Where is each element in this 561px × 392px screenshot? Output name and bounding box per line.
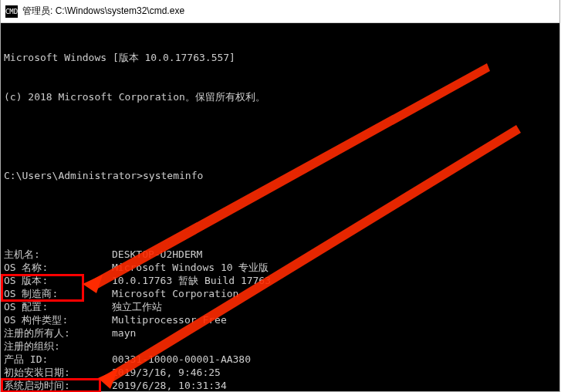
info-row: 初始安装日期:2019/3/16, 9:46:25 [4, 366, 556, 379]
info-label: 注册的组织: [4, 340, 112, 353]
banner-line: Microsoft Windows [版本 10.0.17763.557] [4, 51, 556, 64]
info-label: OS 版本: [4, 274, 112, 287]
info-value: 独立工作站 [112, 300, 162, 313]
info-value: Microsoft Windows 10 专业版 [112, 261, 269, 274]
info-value: Microsoft Corporation [112, 287, 238, 300]
console-output[interactable]: Microsoft Windows [版本 10.0.17763.557] (c… [1, 23, 559, 391]
info-row: OS 名称:Microsoft Windows 10 专业版 [4, 261, 556, 274]
info-value: Multiprocessor Free [112, 313, 227, 326]
info-value: 00331-10000-00001-AA380 [112, 353, 251, 366]
window-title: 管理员: C:\Windows\system32\cmd.exe [22, 5, 184, 18]
titlebar[interactable]: CMD 管理员: C:\Windows\system32\cmd.exe [1, 0, 559, 23]
info-label: 注册的所有人: [4, 326, 112, 340]
info-row: 注册的组织: [4, 340, 556, 353]
info-row: OS 配置:独立工作站 [4, 300, 556, 313]
info-value: DESKTOP-U2HDERM [112, 248, 202, 261]
info-label: OS 制造商: [4, 287, 112, 300]
info-label: 主机名: [4, 248, 112, 261]
info-row: 注册的所有人:mayn [4, 326, 556, 340]
cmd-icon: CMD [5, 5, 18, 18]
info-value: 2019/6/28, 10:31:34 [112, 379, 227, 391]
cmd-window: CMD 管理员: C:\Windows\system32\cmd.exe Mic… [0, 0, 560, 392]
info-label: 产品 ID: [4, 353, 112, 366]
info-label: OS 名称: [4, 261, 112, 274]
info-row: 系统启动时间:2019/6/28, 10:31:34 [4, 379, 556, 391]
info-row: 产品 ID:00331-10000-00001-AA380 [4, 353, 556, 366]
info-label: 初始安装日期: [4, 366, 112, 379]
prompt-line: C:\Users\Administrator>systeminfo [4, 169, 556, 182]
info-label: OS 构件类型: [4, 313, 112, 326]
systeminfo-block: 主机名:DESKTOP-U2HDERMOS 名称:Microsoft Windo… [4, 248, 556, 391]
blank-line [4, 130, 556, 143]
info-label: OS 配置: [4, 300, 112, 313]
info-label: 系统启动时间: [4, 379, 112, 391]
banner-line: (c) 2018 Microsoft Corporation。保留所有权利。 [4, 90, 556, 103]
info-value: 10.0.17763 暂缺 Build 17763 [112, 274, 271, 287]
info-value: 2019/3/16, 9:46:25 [112, 366, 221, 379]
info-row: OS 制造商:Microsoft Corporation [4, 287, 556, 300]
info-value: mayn [112, 326, 136, 340]
info-row: OS 构件类型:Multiprocessor Free [4, 313, 556, 326]
info-row: OS 版本:10.0.17763 暂缺 Build 17763 [4, 274, 556, 287]
blank-line [4, 208, 556, 221]
info-row: 主机名:DESKTOP-U2HDERM [4, 248, 556, 261]
